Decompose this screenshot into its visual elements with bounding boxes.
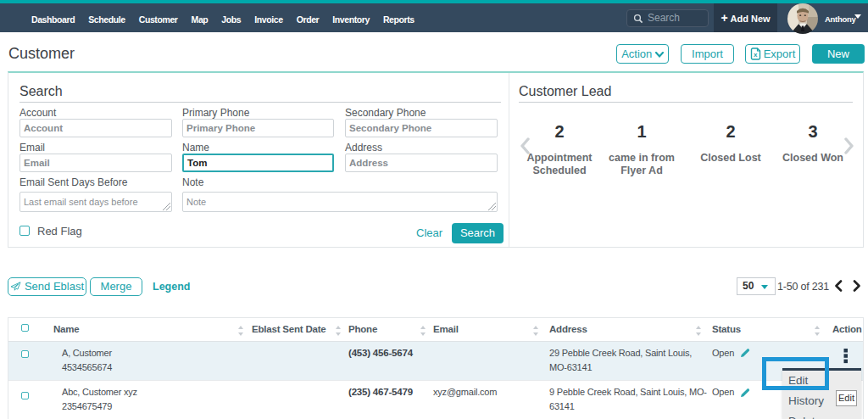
svg-text:x: x [754, 51, 758, 59]
